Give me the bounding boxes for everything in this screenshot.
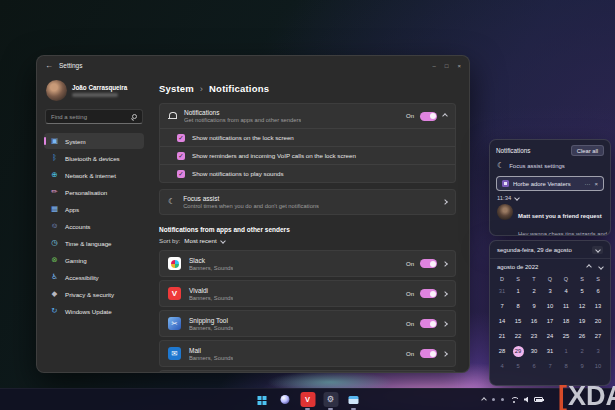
maximize-button[interactable]: □ (445, 63, 449, 69)
checkbox-checked-icon[interactable] (177, 170, 185, 178)
calendar-day[interactable]: 21 (494, 329, 510, 344)
app-notification-row[interactable]: Slack Banners, Sounds On (159, 250, 456, 277)
file-explorer-taskbar-button[interactable] (346, 392, 361, 407)
calendar-day[interactable]: 31 (494, 284, 510, 299)
calendar-day[interactable]: 6 (526, 359, 542, 374)
calendar-day[interactable]: 2 (574, 344, 590, 359)
calendar-prev-icon[interactable] (586, 264, 592, 270)
sidebar-item[interactable]: ♿ Accessibility (44, 269, 144, 285)
settings-taskbar-button[interactable]: ⚙ (323, 392, 338, 407)
app-toggle[interactable] (420, 289, 437, 298)
sidebar-item[interactable]: ᛒ Bluetooth & devices (44, 150, 144, 166)
calendar-day[interactable]: 19 (574, 314, 590, 329)
close-button[interactable]: × (457, 63, 461, 69)
calendar-day[interactable]: 7 (542, 359, 558, 374)
notification-time-row[interactable]: 11:34 (497, 195, 603, 201)
minimize-button[interactable]: – (433, 63, 436, 69)
calendar-day[interactable]: 14 (494, 314, 510, 329)
checkbox-checked-icon[interactable] (177, 152, 185, 160)
calendar-day[interactable]: 3 (542, 284, 558, 299)
calendar-day[interactable]: 6 (590, 284, 606, 299)
calendar-day[interactable]: 28 (494, 344, 510, 359)
calendar-day[interactable]: 17 (542, 314, 558, 329)
app-notification-row[interactable]: ✉ Mail Banners, Sounds On (159, 340, 456, 367)
calendar-day[interactable]: 22 (510, 329, 526, 344)
app-notification-row[interactable]: ⊞ Microsoft Store Banners, Sounds On (159, 370, 456, 372)
back-icon[interactable]: ← (45, 61, 53, 70)
calendar-day[interactable]: 16 (526, 314, 542, 329)
notifications-master-row[interactable]: Notifications Get notifications from app… (160, 104, 455, 128)
checkbox-checked-icon[interactable] (177, 134, 185, 142)
system-tray[interactable] (482, 397, 615, 403)
calendar-day[interactable]: 13 (590, 299, 606, 314)
battery-icon[interactable] (534, 397, 543, 402)
calendar-day[interactable]: 20 (590, 314, 606, 329)
calendar-day[interactable]: 23 (526, 329, 542, 344)
calendar-day[interactable]: 1 (510, 284, 526, 299)
focus-assist-row[interactable]: ☾ Focus assist Control times when you do… (160, 190, 455, 214)
calendar-day[interactable]: 10 (542, 299, 558, 314)
calendar-day[interactable]: 15 (510, 314, 526, 329)
sidebar-item[interactable]: ▣ System (44, 133, 144, 149)
app-toggle[interactable] (420, 349, 437, 358)
focus-assist-settings-link[interactable]: ☾ Focus assist settings (497, 162, 603, 170)
calendar-collapse-button[interactable] (592, 246, 603, 254)
calendar-day[interactable]: 4 (494, 359, 510, 374)
sidebar-item[interactable]: ▦ Apps (44, 201, 144, 217)
search-taskbar-button[interactable] (277, 392, 292, 407)
sidebar-item[interactable]: ⊕ Network & internet (44, 167, 144, 183)
close-icon[interactable]: × (594, 181, 598, 187)
tray-overflow-icon[interactable] (481, 397, 487, 403)
calendar-day[interactable]: 25 (558, 329, 574, 344)
app-notification-row[interactable]: V Vivaldi Banners, Sounds On (159, 280, 456, 307)
notification-option-row[interactable]: Show notifications on the lock screen (160, 128, 455, 146)
sidebar-item[interactable]: ↻ Windows Update (44, 303, 144, 319)
calendar-day[interactable]: 2 (526, 284, 542, 299)
calendar-day[interactable]: 29 (510, 344, 526, 359)
app-toggle[interactable] (420, 259, 437, 268)
calendar-next-icon[interactable] (598, 264, 604, 270)
calendar-day[interactable]: 9 (526, 299, 542, 314)
sidebar-item[interactable]: ◆ Privacy & security (44, 286, 144, 302)
calendar-day[interactable]: 30 (526, 344, 542, 359)
sidebar-item[interactable]: ⊗ Gaming (44, 252, 144, 268)
notification-option-row[interactable]: Show reminders and incoming VoIP calls o… (160, 146, 455, 164)
notification-option-row[interactable]: Show notifications to play sounds (160, 164, 455, 182)
calendar-day[interactable]: 11 (558, 299, 574, 314)
chevron-up-icon[interactable] (442, 113, 448, 119)
search-input[interactable] (51, 114, 132, 120)
calendar-day[interactable]: 9 (574, 359, 590, 374)
vivaldi-taskbar-button[interactable]: V (300, 392, 315, 407)
calendar-day[interactable]: 5 (510, 359, 526, 374)
calendar-day[interactable]: 18 (558, 314, 574, 329)
calendar-day[interactable]: 1 (558, 344, 574, 359)
calendar-day[interactable]: 26 (574, 329, 590, 344)
calendar-day[interactable]: 8 (510, 299, 526, 314)
calendar-day[interactable]: 31 (542, 344, 558, 359)
calendar-day[interactable]: 10 (590, 359, 606, 374)
sidebar-item[interactable]: ☺ Accounts (44, 218, 144, 234)
calendar-day[interactable]: 7 (494, 299, 510, 314)
breadcrumb-root[interactable]: System (159, 83, 194, 94)
app-notification-row[interactable]: ✂ Snipping Tool Banners, Sounds On (159, 310, 456, 337)
app-toggle[interactable] (420, 319, 437, 328)
calendar-day[interactable]: 3 (590, 344, 606, 359)
calendar-day[interactable]: 12 (574, 299, 590, 314)
wifi-icon[interactable] (510, 397, 518, 403)
notification-group-header[interactable]: Horbe adore Venaters ··· × (496, 176, 604, 191)
calendar-day[interactable]: 4 (558, 284, 574, 299)
calendar-day[interactable]: 5 (574, 284, 590, 299)
calendar-day[interactable]: 8 (558, 359, 574, 374)
clear-all-button[interactable]: Clear all (571, 145, 604, 156)
calendar-day[interactable]: 24 (542, 329, 558, 344)
volume-icon[interactable] (524, 397, 528, 403)
start-button[interactable] (254, 392, 269, 407)
notifications-toggle[interactable] (420, 112, 437, 121)
sidebar-item[interactable]: ✏ Personalisation (44, 184, 144, 200)
more-options-icon[interactable]: ··· (584, 181, 590, 187)
user-profile[interactable]: João Carrasqueira (46, 80, 142, 101)
notification-message[interactable]: Matt sent you a friend request Hey wanna… (496, 204, 604, 236)
sidebar-item[interactable]: ◷ Time & language (44, 235, 144, 251)
calendar-day[interactable]: 27 (590, 329, 606, 344)
sort-dropdown[interactable]: Sort by: Most recent (159, 237, 456, 244)
